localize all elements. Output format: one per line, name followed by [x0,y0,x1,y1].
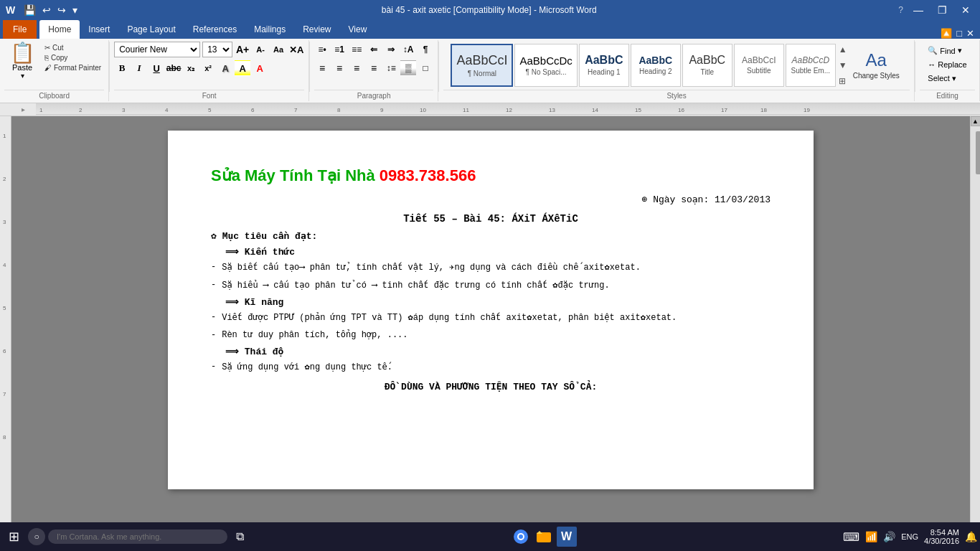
footer-section: ĐỒ DÙNG VÀ PHƯƠNG TIỆN THEO TAY SỔ CẢ: [211,381,771,392]
style-subtitle-btn[interactable]: AaBbCcI Subtitle [734,44,784,87]
style-nospacing-label: ¶ No Spaci... [526,68,567,76]
bullet2-text: Sặ hiểu ⟶ cấu tạo phân tử có ⟶ tinh chất… [222,278,609,292]
vertical-scrollbar[interactable]: ▲ ▼ [970,116,980,535]
taskbar-explorer[interactable] [532,525,555,548]
font-name-select[interactable]: Courier New [114,42,200,57]
ruler-left-marker: ▸ [22,105,36,113]
tab-file[interactable]: File [3,20,37,39]
ribbon-minimize-icon[interactable]: 🔼 [941,28,952,39]
redo-quick-btn[interactable]: ↪ [55,4,68,16]
decrease-indent-btn[interactable]: ⇐ [366,42,382,57]
replace-button[interactable]: ↔ Replace [925,59,969,70]
underline-btn[interactable]: U [149,60,164,76]
svg-text:7: 7 [294,107,298,113]
style-heading2-btn[interactable]: AaBbC Heading 2 [631,44,681,87]
change-styles-icon: Aa [866,50,887,70]
tab-home[interactable]: Home [39,20,80,39]
multilevel-btn[interactable]: ≡≡ [349,42,364,57]
save-quick-btn[interactable]: 💾 [22,4,38,16]
font-row1: Courier New 13 A+ A- Aa ✕A [114,42,304,57]
style-subtleemphasis-btn[interactable]: AaBbCcD Subtle Em... [786,44,836,87]
cut-button[interactable]: ✂ Cut [42,43,104,52]
highlight-btn[interactable]: A [235,60,250,76]
style-normal-btn[interactable]: AaBbCcI ¶ Normal [451,44,513,87]
style-nospacing-btn[interactable]: AaBbCcDc ¶ No Spaci... [514,44,577,87]
cortana-btn[interactable]: ○ [28,528,45,545]
styles-scroll-down[interactable]: ▼ [837,59,849,72]
subscript-btn[interactable]: x₂ [183,60,199,76]
tab-review[interactable]: Review [294,20,339,39]
bullets-btn[interactable]: ≡• [314,42,330,57]
editing-group: 🔍 Find ▾ ↔ Replace Select ▾ Editing [915,40,980,101]
bold-btn[interactable]: B [114,60,130,76]
task-view-btn[interactable]: ⧉ [236,530,244,543]
document-area[interactable]: Sửa Máy Tính Tại Nhà 0983.738.566 ⊕ Ngày… [11,116,970,535]
change-styles-button[interactable]: Aa Change Styles [850,47,903,83]
tab-pagelayout[interactable]: Page Layout [118,20,184,39]
superscript-btn[interactable]: x² [200,60,216,76]
replace-icon: ↔ [928,60,936,69]
main-area: 1 2 3 4 5 6 7 8 Sửa Máy Tính Tại Nhà 098… [0,116,980,535]
paste-dropdown[interactable]: ▾ [21,72,24,80]
justify-btn[interactable]: ≡ [366,60,382,76]
align-right-btn[interactable]: ≡ [349,60,364,76]
network-icon: 📶 [865,531,877,542]
bullet3: - Viết được PTPƯ (phản ứng TPT và TT) ✿á… [211,311,771,324]
numbering-btn[interactable]: ≡1 [331,42,347,57]
select-label: Select ▾ [928,74,956,83]
tab-mailings[interactable]: Mailings [245,20,294,39]
text-effect-btn[interactable]: A [217,60,233,76]
svg-text:4: 4 [165,107,169,113]
start-button[interactable]: ⊞ [3,529,25,545]
scroll-up-btn[interactable]: ▲ [971,116,981,126]
clear-formatting-btn[interactable]: ✕A [288,42,304,57]
align-center-btn[interactable]: ≡ [331,60,347,76]
font-color-btn[interactable]: A [252,60,268,76]
bullet2-dash: - [211,278,216,292]
taskbar-word[interactable]: W [555,525,578,548]
ribbon-layout-icon[interactable]: □ [956,28,962,39]
svg-text:4: 4 [3,262,6,268]
search-input[interactable] [48,529,227,544]
shading-btn[interactable]: ▒ [400,60,416,76]
font-size-select[interactable]: 13 [202,42,232,57]
tab-references[interactable]: References [184,20,245,39]
copy-button[interactable]: ⎘ Copy [42,53,104,62]
font-shrink-btn[interactable]: A- [253,42,268,57]
find-button[interactable]: 🔍 Find ▾ [925,44,964,57]
customize-quick-btn[interactable]: ▾ [70,4,80,16]
svg-text:14: 14 [592,107,598,113]
minimize-btn[interactable]: — [909,4,928,16]
change-case-btn[interactable]: Aa [270,42,286,57]
select-button[interactable]: Select ▾ [925,72,959,85]
borders-btn[interactable]: □ [418,60,433,76]
format-painter-button[interactable]: 🖌 Format Painter [42,63,104,72]
sort-btn[interactable]: ↕A [400,42,416,57]
undo-quick-btn[interactable]: ↩ [40,4,53,16]
increase-indent-btn[interactable]: ⇒ [383,42,399,57]
italic-btn[interactable]: I [131,60,147,76]
style-heading1-btn[interactable]: AaBbC Heading 1 [579,44,629,87]
scroll-thumb[interactable] [976,131,981,174]
paste-button[interactable]: 📋 Paste ▾ [4,42,40,81]
styles-scroll-up[interactable]: ▲ [837,43,849,56]
styles-expand[interactable]: ⊞ [837,75,849,88]
para-row1: ≡• ≡1 ≡≡ ⇐ ⇒ ↕A ¶ [314,42,433,57]
svg-text:9: 9 [380,107,384,113]
font-grow-btn[interactable]: A+ [235,42,250,57]
tab-insert[interactable]: Insert [80,20,118,39]
strikethrough-btn[interactable]: abc [166,60,182,76]
notification-icon[interactable]: 🔔 [965,531,977,542]
svg-text:15: 15 [635,107,641,113]
ribbon-close-icon[interactable]: ✕ [966,28,974,39]
tab-view[interactable]: View [340,20,376,39]
taskbar-chrome[interactable] [509,525,532,548]
clock: 8:54 AM 4/30/2016 [924,528,959,545]
maximize-btn[interactable]: ❐ [933,4,951,16]
line-spacing-btn[interactable]: ↕≡ [383,60,399,76]
align-left-btn[interactable]: ≡ [314,60,330,76]
show-marks-btn[interactable]: ¶ [418,42,433,57]
close-btn[interactable]: ✕ [957,4,974,16]
ribbon-help-icons: 🔼 □ ✕ [941,28,980,39]
style-title-btn[interactable]: AaBbC Title [682,44,732,87]
